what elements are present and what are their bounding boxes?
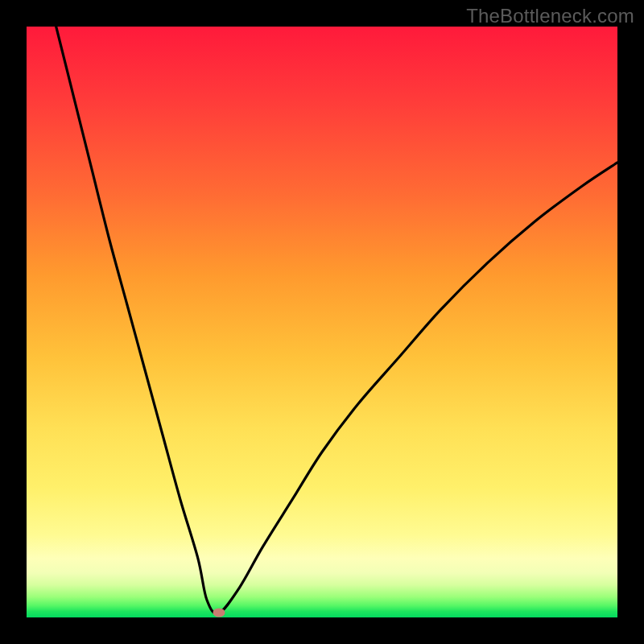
minimum-marker [213, 609, 225, 617]
watermark-text: TheBottleneck.com [466, 5, 634, 27]
bottleneck-curve [27, 27, 617, 617]
plot-area [27, 27, 617, 617]
chart-frame: TheBottleneck.com [0, 0, 644, 644]
